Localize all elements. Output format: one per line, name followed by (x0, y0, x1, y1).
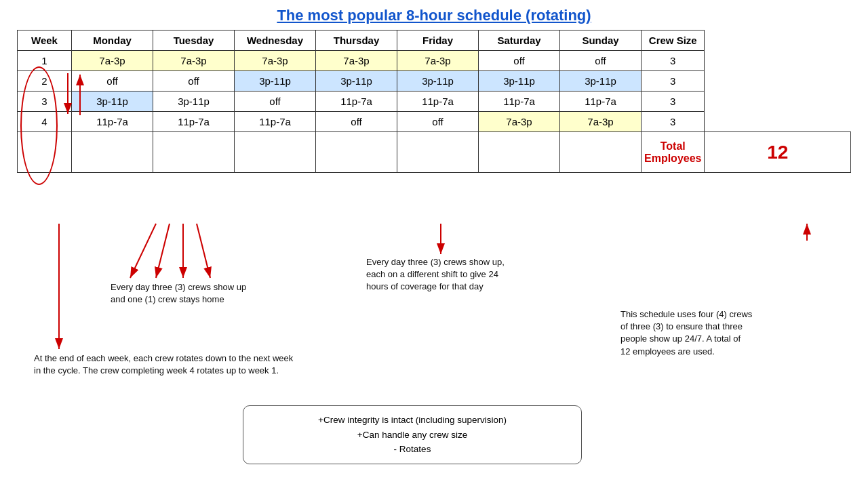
crew-size-week4: 3 (642, 112, 705, 132)
total-empty-1 (72, 132, 153, 173)
friday-cell-week4: off (397, 112, 479, 132)
total-empty-3 (235, 132, 316, 173)
total-label-cell: TotalEmployees (642, 132, 705, 173)
wednesday-cell-week1: 7a-3p (235, 51, 316, 71)
svg-line-3 (156, 224, 170, 278)
monday-cell-week4: 11p-7a (72, 112, 153, 132)
friday-cell-week3: 11p-7a (397, 92, 479, 112)
col-header-monday: Monday (72, 30, 153, 51)
week-cell-2: 2 (18, 71, 72, 92)
col-header-wednesday: Wednesday (235, 30, 316, 51)
saturday-cell-week3: 11p-7a (479, 92, 560, 112)
svg-line-2 (130, 224, 156, 278)
col-header-saturday: Saturday (479, 30, 560, 51)
col-header-tuesday: Tuesday (153, 30, 235, 51)
note-different-shifts: Every day three (3) crews show up,each o… (366, 256, 505, 293)
tuesday-cell-week2: off (153, 71, 235, 92)
total-empty-7 (560, 132, 642, 173)
total-empty-2 (153, 132, 235, 173)
total-employees-label: TotalEmployees (644, 140, 701, 164)
total-row: TotalEmployees12 (18, 132, 851, 173)
wednesday-cell-week2: 3p-11p (235, 71, 316, 92)
note-box-summary: +Crew integrity is intact (including sup… (243, 405, 582, 464)
thursday-cell-week3: 11p-7a (316, 92, 397, 112)
tuesday-cell-week3: 3p-11p (153, 92, 235, 112)
page-title: The most popular 8-hour schedule (rotati… (14, 7, 854, 24)
week-cell-1: 1 (18, 51, 72, 71)
tuesday-cell-week1: 7a-3p (153, 51, 235, 71)
sunday-cell-week2: 3p-11p (560, 71, 642, 92)
table-row: 2offoff3p-11p3p-11p3p-11p3p-11p3p-11p3 (18, 71, 851, 92)
note-four-crews: This schedule uses four (4) crewsof thre… (620, 308, 752, 358)
tuesday-cell-week4: 11p-7a (153, 112, 235, 132)
total-empty-4 (316, 132, 397, 173)
crew-size-week2: 3 (642, 71, 705, 92)
sunday-cell-week3: 11p-7a (560, 92, 642, 112)
total-value-cell: 12 (705, 132, 851, 173)
sunday-cell-week4: 7a-3p (560, 112, 642, 132)
col-header-thursday: Thursday (316, 30, 397, 51)
saturday-cell-week1: off (479, 51, 560, 71)
monday-cell-week3: 3p-11p (72, 92, 153, 112)
col-header-crew: Crew Size (642, 30, 705, 51)
monday-cell-week1: 7a-3p (72, 51, 153, 71)
col-header-week: Week (18, 30, 72, 51)
table-row: 411p-7a11p-7a11p-7aoffoff7a-3p7a-3p3 (18, 112, 851, 132)
week-cell-3: 3 (18, 92, 72, 112)
sunday-cell-week1: off (560, 51, 642, 71)
week-cell-4: 4 (18, 112, 72, 132)
col-header-friday: Friday (397, 30, 479, 51)
thursday-cell-week2: 3p-11p (316, 71, 397, 92)
svg-line-5 (197, 224, 210, 278)
col-header-sunday: Sunday (560, 30, 642, 51)
total-employees-value: 12 (767, 142, 788, 163)
total-empty-0 (18, 132, 72, 173)
crew-size-week1: 3 (642, 51, 705, 71)
monday-cell-week2: off (72, 71, 153, 92)
thursday-cell-week1: 7a-3p (316, 51, 397, 71)
table-row: 17a-3p7a-3p7a-3p7a-3p7a-3poffoff3 (18, 51, 851, 71)
total-empty-5 (397, 132, 479, 173)
wednesday-cell-week3: off (235, 92, 316, 112)
saturday-cell-week4: 7a-3p (479, 112, 560, 132)
friday-cell-week1: 7a-3p (397, 51, 479, 71)
crew-size-week3: 3 (642, 92, 705, 112)
total-empty-6 (479, 132, 560, 173)
note-rotation: At the end of each week, each crew rotat… (34, 352, 293, 377)
saturday-cell-week2: 3p-11p (479, 71, 560, 92)
note-crews-show-up: Every day three (3) crews show upand one… (111, 281, 246, 306)
thursday-cell-week4: off (316, 112, 397, 132)
friday-cell-week2: 3p-11p (397, 71, 479, 92)
schedule-table: Week Monday Tuesday Wednesday Thursday F… (17, 30, 851, 173)
table-row: 33p-11p3p-11poff11p-7a11p-7a11p-7a11p-7a… (18, 92, 851, 112)
wednesday-cell-week4: 11p-7a (235, 112, 316, 132)
